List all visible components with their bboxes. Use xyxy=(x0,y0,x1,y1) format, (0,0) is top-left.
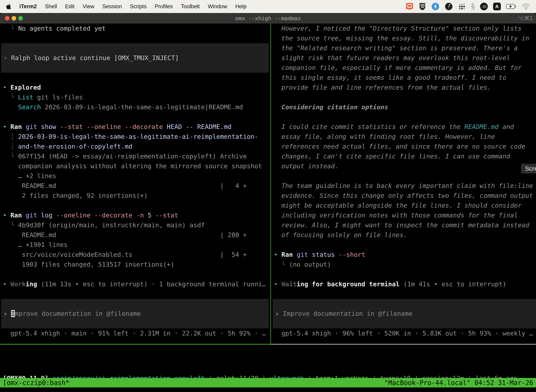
terminal-line: Considering citation options xyxy=(271,102,536,112)
left-terminal-pane[interactable]: └ No agents completed yet› Ralph loop ac… xyxy=(0,23,270,345)
terminal-line: • Working (11m 13s • esc to interrupt) ·… xyxy=(0,279,270,289)
terminal-line: The team guideline is to back every impo… xyxy=(271,181,536,191)
terminal-line: I could cite commit statistics or refere… xyxy=(271,122,536,132)
menu-item-view[interactable]: View xyxy=(83,3,94,10)
terminal-area: └ No agents completed yet› Ralph loop ac… xyxy=(0,23,536,392)
terminal-line: references need actual files, and since … xyxy=(271,142,536,151)
crescent-circle-icon[interactable] xyxy=(445,2,453,10)
terminal-line: src/voice/voiceModeEnabled.ts | 54 + xyxy=(0,250,270,260)
squiggle-icon[interactable]: § xyxy=(471,3,475,10)
menu-item-help[interactable]: Help xyxy=(235,3,247,10)
terminal-blank-line xyxy=(0,33,270,43)
menubar-status-icons: § ..61 A xyxy=(406,2,530,10)
shield-grid-icon[interactable] xyxy=(419,2,426,10)
terminal-line: Search 2026-03-09-is-legal-the-same-as-l… xyxy=(0,102,270,112)
tmux-status-bar: [omx-cczip0:bash* "MacBook-Pro-44.local"… xyxy=(0,378,536,387)
tmux-session-label: [omx-cczip0:bash* xyxy=(3,379,69,387)
terminal-line: including verification notes with those … xyxy=(271,210,536,220)
terminal-line: gpt-5.4 xhigh · 96% left · 520K in · 5.8… xyxy=(271,328,536,338)
menu-item-edit[interactable]: Edit xyxy=(65,3,74,10)
terminal-line: companion analysis without altering the … xyxy=(0,161,270,171)
terminal-line: output instead. xyxy=(271,161,536,171)
terminal-line: gpt-5.4 xhigh · main · 91% left · 2.31M … xyxy=(0,328,270,338)
terminal-line: └ No agents completed yet xyxy=(0,23,270,33)
menu-item-session[interactable]: Session xyxy=(102,3,122,10)
terminal-line: 2 files changed, 92 insertions(+) xyxy=(0,191,270,201)
composer-input[interactable]: › Ralph loop active continue [OMX_TMUX_I… xyxy=(1,43,269,73)
menu-item-shell[interactable]: Shell xyxy=(45,3,57,10)
chat-app-icon[interactable] xyxy=(406,3,413,10)
menu-item-window[interactable]: Window xyxy=(208,3,227,10)
blue-bolt-badge-icon[interactable] xyxy=(431,2,440,10)
terminal-line: However, I noticed the "Directory Struct… xyxy=(271,23,536,33)
terminal-blank-line xyxy=(0,73,270,83)
letter-a-icon[interactable]: A xyxy=(493,3,501,10)
terminal-line: └ 067f154 (HEAD -> essay/ai-reimplementa… xyxy=(0,151,270,161)
terminal-blank-line xyxy=(0,112,270,122)
terminal-line: … +2 lines xyxy=(0,171,270,181)
terminal-line: provide file and line references from th… xyxy=(271,83,536,92)
terminal-blank-line xyxy=(271,92,536,102)
terminal-line: the "Related research writing" section i… xyxy=(271,43,536,53)
wifi-icon[interactable] xyxy=(522,3,530,10)
terminal-line: of focusing solely on file lines. xyxy=(271,230,536,240)
terminal-line: this single essay, it seems like a good … xyxy=(271,73,536,83)
menu-item-toolbelt[interactable]: Toolbelt xyxy=(181,3,200,10)
terminal-line: slight risk that future readers may over… xyxy=(271,53,536,63)
terminal-blank-line xyxy=(271,289,536,299)
terminal-blank-line xyxy=(271,112,536,122)
terminal-blank-line xyxy=(271,171,536,181)
terminal-line: └ (no output) xyxy=(271,260,536,269)
badge-61-icon[interactable]: ..61 xyxy=(480,3,488,10)
macos-menu-bar: iTerm2ShellEditViewSessionScriptsProfile… xyxy=(0,0,536,13)
menu-item-scripts[interactable]: Scripts xyxy=(130,3,147,10)
terminal-line: the source tree, missing the essay. Stil… xyxy=(271,33,536,43)
terminal-line: companion file, especially if more comme… xyxy=(271,63,536,73)
terminal-blank-line xyxy=(271,269,536,279)
battery-charging-icon[interactable] xyxy=(506,4,516,9)
window-title-bar: omx --xhigh --madmax ⌥⌘1 xyxy=(0,13,536,23)
menu-item-profiles[interactable]: Profiles xyxy=(155,3,173,10)
dots-grid-icon[interactable] xyxy=(458,3,466,10)
terminal-line: might be acceptable alongside the file l… xyxy=(271,201,536,210)
terminal-line: └ List git ls-files xyxy=(0,92,270,102)
terminal-line: │ and-the-erosion-of-copyleft.md xyxy=(0,142,270,151)
terminal-line: README.md | 4 + xyxy=(0,181,270,191)
tmux-host-clock-label: "MacBook-Pro-44.local" 04:52 31-Mar-26 xyxy=(384,379,533,387)
window-shortcut-badge: ⌥⌘1 xyxy=(518,13,533,23)
apple-menu-icon[interactable] xyxy=(6,3,11,10)
screen: iTerm2ShellEditViewSessionScriptsProfile… xyxy=(0,0,536,392)
terminal-blank-line xyxy=(0,289,270,299)
terminal-line: • Ran git status --short xyxy=(271,250,536,260)
terminal-line: essay file, along with finding root file… xyxy=(271,132,536,142)
terminal-blank-line xyxy=(0,269,270,279)
terminal-blank-line xyxy=(0,201,270,210)
composer-input[interactable]: › Improve documentation in @filename xyxy=(1,299,269,328)
terminal-line: │ 2026-03-09-is-legal-the-same-as-legiti… xyxy=(0,132,270,142)
menu-item-iterm2[interactable]: iTerm2 xyxy=(19,3,37,10)
terminal-line: • Waiting for background terminal (1m 41… xyxy=(271,279,536,289)
terminal-line: changes, I can't cite specific file line… xyxy=(271,151,536,161)
terminal-blank-line xyxy=(271,240,536,250)
terminal-line: review. Also, I might want to inspect th… xyxy=(271,220,536,230)
right-terminal-pane[interactable]: However, I noticed the "Directory Struct… xyxy=(271,23,536,345)
terminal-line: • Ran git log --oneline --decorate -n 5 … xyxy=(0,210,270,220)
terminal-line: evidence. Since this change only affects… xyxy=(271,191,536,201)
screen-share-tooltip: Scre xyxy=(521,164,536,173)
terminal-line: … +1901 lines xyxy=(0,240,270,250)
terminal-line: • Explored xyxy=(0,83,270,92)
composer-input[interactable]: › Improve documentation in @filename xyxy=(273,299,536,328)
terminal-line: 1903 files changed, 513517 insertions(+) xyxy=(0,260,270,269)
menu-items: iTerm2ShellEditViewSessionScriptsProfile… xyxy=(19,3,255,10)
window-title: omx --xhigh --madmax xyxy=(0,13,536,23)
terminal-line: • Ran git show --stat --oneline --decora… xyxy=(0,122,270,132)
terminal-line: README.md | 280 + xyxy=(0,230,270,240)
terminal-line: └ 4b9d30f (origin/main, instructkr/main,… xyxy=(0,220,270,230)
